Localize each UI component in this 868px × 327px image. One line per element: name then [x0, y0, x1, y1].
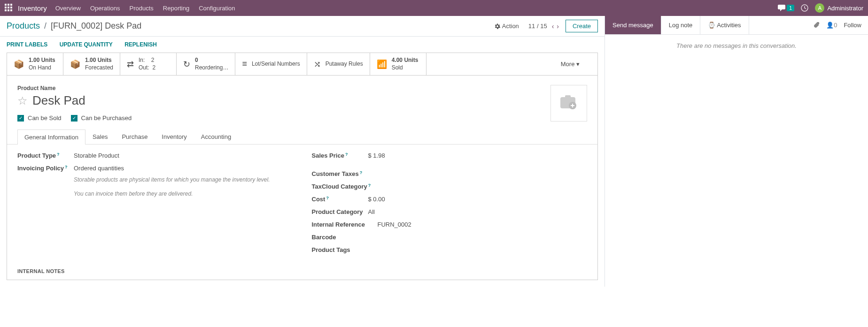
- stat-reordering[interactable]: ↻ 0Reordering…: [177, 53, 235, 75]
- value-taxcloud[interactable]: [378, 183, 588, 190]
- stat-putaway[interactable]: ⤭ Putaway Rules: [307, 53, 370, 75]
- stat-lot-serial[interactable]: ≡ Lot/Serial Numbers: [235, 53, 307, 75]
- label-barcode: Barcode: [312, 234, 368, 241]
- button-box: 📦 1.00 UnitsOn Hand 📦 1.00 UnitsForecast…: [7, 53, 597, 76]
- apps-icon[interactable]: [5, 4, 13, 12]
- print-labels-button[interactable]: PRINT LABELS: [7, 41, 47, 48]
- internal-notes-heading: INTERNAL NOTES: [7, 266, 597, 280]
- label-invoicing-policy: Invoicing Policy?: [17, 165, 74, 198]
- svg-rect-2: [565, 95, 571, 99]
- nav-operations[interactable]: Operations: [90, 5, 120, 12]
- tab-general-info[interactable]: General Information: [17, 129, 85, 144]
- stat-forecasted[interactable]: 📦 1.00 UnitsForecasted: [63, 53, 120, 75]
- tab-purchase[interactable]: Purchase: [115, 129, 155, 144]
- tab-sales[interactable]: Sales: [85, 129, 115, 144]
- notebook-tabs: General Information Sales Purchase Inven…: [7, 129, 597, 144]
- favorite-star-icon[interactable]: ☆: [17, 94, 28, 107]
- boxes-icon: 📦: [70, 59, 80, 69]
- label-taxcloud: TaxCloud Category?: [312, 183, 378, 190]
- pager[interactable]: 11 / 15: [528, 23, 547, 30]
- create-button[interactable]: Create: [566, 20, 598, 32]
- label-product-category: Product Category: [312, 208, 368, 215]
- value-customer-taxes[interactable]: [368, 170, 588, 177]
- label-cost: Cost?: [312, 196, 368, 203]
- chatter-empty: There are no messages in this conversati…: [605, 35, 868, 57]
- nav-overview[interactable]: Overview: [55, 5, 81, 12]
- log-note-button[interactable]: Log note: [661, 16, 701, 34]
- refresh-icon: ↻: [183, 59, 190, 69]
- can-be-purchased-checkbox[interactable]: ✓Can be Purchased: [71, 114, 132, 122]
- product-name-label: Product Name: [17, 85, 587, 91]
- breadcrumb: Products / [FURN_0002] Desk Pad: [7, 21, 141, 31]
- value-product-tags[interactable]: [368, 246, 588, 253]
- form-view: Products / [FURN_0002] Desk Pad Action 1…: [0, 16, 605, 287]
- can-be-sold-checkbox[interactable]: ✓Can be Sold: [17, 114, 62, 122]
- action-button[interactable]: Action: [495, 23, 519, 30]
- value-product-type[interactable]: Storable Product: [74, 152, 293, 159]
- label-internal-ref: Internal Reference: [312, 221, 378, 228]
- label-product-tags: Product Tags: [312, 246, 368, 253]
- attachments-icon[interactable]: [813, 22, 820, 29]
- nav-products[interactable]: Products: [129, 5, 153, 12]
- breadcrumb-parent[interactable]: Products: [7, 21, 40, 30]
- replenish-button[interactable]: REPLENISH: [124, 41, 157, 48]
- nav-reporting[interactable]: Reporting: [163, 5, 189, 12]
- update-quantity-button[interactable]: UPDATE QUANTITY: [60, 41, 113, 48]
- message-count: 1: [787, 5, 794, 11]
- app-brand[interactable]: Inventory: [18, 4, 47, 12]
- statusbar-buttons: PRINT LABELS UPDATE QUANTITY REPLENISH: [0, 37, 604, 53]
- value-internal-ref[interactable]: FURN_0002: [378, 221, 588, 228]
- pager-next[interactable]: ›: [557, 23, 559, 30]
- label-customer-taxes: Customer Taxes?: [312, 170, 368, 177]
- tab-inventory[interactable]: Inventory: [155, 129, 194, 144]
- activities-icon[interactable]: [801, 4, 808, 12]
- user-name: Administrator: [827, 5, 863, 12]
- product-image[interactable]: [550, 85, 587, 122]
- stat-on-hand[interactable]: 📦 1.00 UnitsOn Hand: [7, 53, 63, 75]
- value-sales-price[interactable]: $ 1.98: [368, 152, 588, 159]
- list-icon: ≡: [242, 59, 247, 69]
- activities-button[interactable]: ⌚ Activities: [700, 16, 749, 34]
- boxes-icon: 📦: [14, 59, 24, 69]
- breadcrumb-current: [FURN_0002] Desk Pad: [51, 21, 141, 30]
- topbar: Inventory Overview Operations Products R…: [0, 0, 868, 16]
- value-product-category[interactable]: All: [368, 208, 588, 215]
- send-message-button[interactable]: Send message: [605, 16, 661, 34]
- value-cost[interactable]: $ 0.00: [368, 196, 588, 203]
- followers-count[interactable]: 👤0: [826, 22, 837, 29]
- signal-icon: 📶: [377, 59, 387, 69]
- stat-more[interactable]: More ▾: [552, 53, 588, 75]
- follow-button[interactable]: Follow: [844, 22, 861, 29]
- chatter: Send message Log note ⌚ Activities 👤0 Fo…: [605, 16, 868, 287]
- pager-prev[interactable]: ‹: [552, 23, 554, 30]
- messaging-icon[interactable]: 1: [778, 5, 794, 11]
- avatar: A: [815, 3, 824, 13]
- label-product-type: Product Type?: [17, 152, 74, 159]
- product-name[interactable]: Desk Pad: [32, 93, 85, 108]
- nav-configuration[interactable]: Configuration: [199, 5, 235, 12]
- stat-in-out[interactable]: ⇄ In: 2Out: 2: [120, 53, 177, 75]
- random-icon: ⤭: [314, 59, 321, 69]
- exchange-icon: ⇄: [127, 59, 134, 69]
- label-sales-price: Sales Price?: [312, 152, 368, 159]
- tab-accounting[interactable]: Accounting: [194, 129, 238, 144]
- user-menu[interactable]: A Administrator: [815, 3, 863, 13]
- value-invoicing-policy[interactable]: Ordered quantities Storable products are…: [74, 165, 293, 198]
- value-barcode[interactable]: [368, 234, 588, 241]
- stat-sold[interactable]: 📶 4.00 UnitsSold: [370, 53, 426, 75]
